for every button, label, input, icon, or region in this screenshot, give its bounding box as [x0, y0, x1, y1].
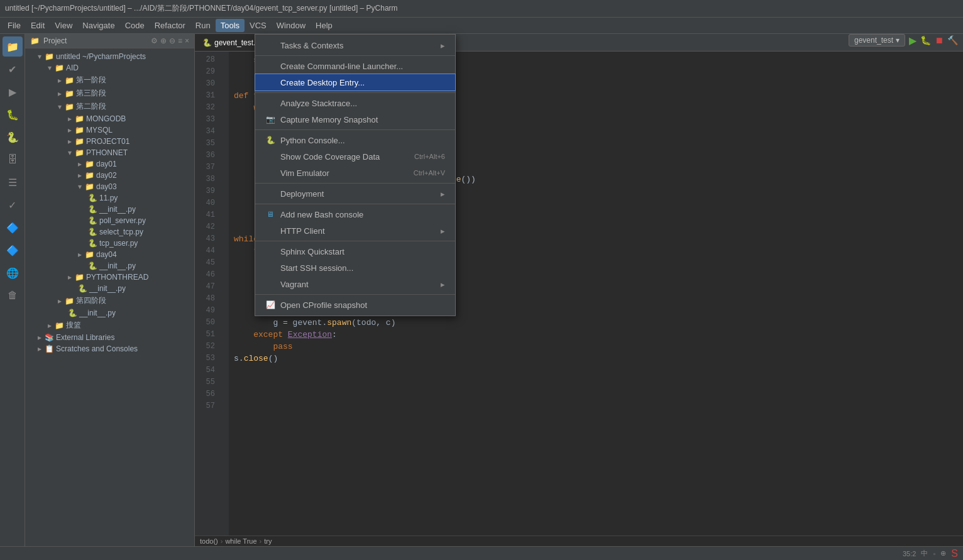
menu-item-stacktrace[interactable]: Analyze Stacktrace...: [255, 95, 455, 111]
menu-item-label: Start SSH session...: [280, 263, 353, 273]
tools-dropdown-menu: Tasks & Contexts Create Command-line Lau…: [255, 34, 456, 316]
desktop-icon: [265, 77, 275, 87]
menu-item-deployment[interactable]: Deployment: [255, 185, 455, 202]
menu-item-tasks[interactable]: Tasks & Contexts: [255, 37, 455, 53]
menu-item-http[interactable]: HTTP Client: [255, 222, 455, 239]
menu-item-desktop[interactable]: Create Desktop Entry...: [255, 74, 455, 91]
sphinx-icon: [265, 246, 275, 256]
menu-item-vagrant[interactable]: Vagrant: [255, 276, 455, 292]
menu-separator-6: [255, 241, 455, 241]
python-console-icon: 🐍: [265, 135, 275, 145]
menu-item-label: Vagrant: [280, 280, 309, 289]
menu-item-label: Create Desktop Entry...: [280, 78, 365, 87]
ssh-icon: [265, 263, 275, 273]
menu-item-label: Open CProfile snapshot: [280, 300, 367, 310]
menu-item-label: Add new Bash console: [280, 210, 363, 219]
menu-item-label: Python Console...: [280, 136, 345, 145]
menu-item-cmdline[interactable]: Create Command-line Launcher...: [255, 58, 455, 74]
tasks-icon: [265, 40, 275, 50]
vagrant-icon: [265, 279, 275, 289]
menu-separator-5: [255, 204, 455, 204]
deployment-icon: [265, 189, 275, 199]
menu-item-label: Tasks & Contexts: [280, 41, 343, 50]
dropdown-overlay[interactable]: Tasks & Contexts Create Command-line Lau…: [0, 0, 963, 560]
menu-item-ssh[interactable]: Start SSH session...: [255, 260, 455, 276]
menu-item-label: Vim Emulator: [280, 168, 329, 178]
vim-icon: [265, 168, 275, 178]
menu-item-label: Create Command-line Launcher...: [280, 62, 403, 71]
stacktrace-icon: [265, 98, 275, 108]
cprofile-icon: 📈: [265, 300, 275, 310]
menu-separator-3: [255, 129, 455, 130]
menu-separator-2: [255, 92, 455, 93]
http-icon: [265, 226, 275, 236]
menu-item-label: Analyze Stacktrace...: [280, 99, 357, 108]
menu-item-sphinx[interactable]: Sphinx Quickstart: [255, 243, 455, 260]
menu-item-coverage[interactable]: Show Code Coverage Data Ctrl+Alt+6: [255, 148, 455, 165]
menu-item-label: Capture Memory Snapshot: [280, 115, 378, 124]
menu-item-vim[interactable]: Vim Emulator Ctrl+Alt+V: [255, 165, 455, 181]
menu-separator-4: [255, 183, 455, 184]
bash-icon: 🖥: [265, 209, 275, 219]
menu-separator-7: [255, 294, 455, 295]
menu-item-label: Sphinx Quickstart: [280, 247, 344, 256]
vim-shortcut: Ctrl+Alt+V: [414, 169, 445, 177]
coverage-icon: [265, 151, 275, 162]
menu-item-memory[interactable]: 📷 Capture Memory Snapshot: [255, 111, 455, 128]
cmdline-icon: [265, 61, 275, 71]
memory-icon: 📷: [265, 114, 275, 124]
menu-item-cprofile[interactable]: 📈 Open CProfile snapshot: [255, 297, 455, 313]
menu-item-label: Show Code Coverage Data: [280, 152, 380, 162]
menu-item-label: Deployment: [280, 189, 324, 199]
menu-separator-1: [255, 55, 455, 56]
coverage-shortcut: Ctrl+Alt+6: [414, 153, 445, 160]
menu-item-python-console[interactable]: 🐍 Python Console...: [255, 132, 455, 148]
menu-item-bash[interactable]: 🖥 Add new Bash console: [255, 206, 455, 222]
menu-item-label: HTTP Client: [280, 226, 325, 236]
